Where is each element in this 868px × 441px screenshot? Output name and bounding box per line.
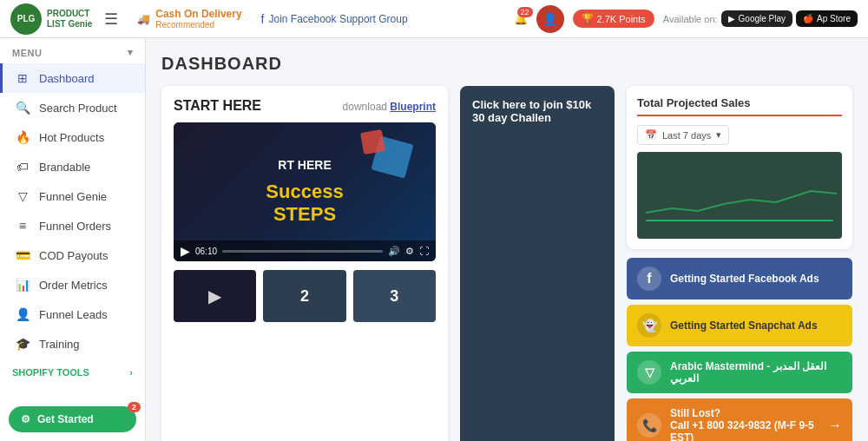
get-started-button[interactable]: ⚙ Get Started 2	[9, 406, 136, 432]
sidebar-item-search-product-label: Search Product	[39, 102, 117, 115]
leads-icon: 👤	[15, 307, 30, 321]
search-icon: 🔍	[15, 101, 30, 115]
support-action-text: Still Lost? Call +1 800 324-9832 (M-F 9-…	[670, 407, 819, 441]
get-started-badge: 2	[128, 402, 141, 412]
snapchat-action-label: Getting Started Snapchat Ads	[670, 319, 818, 332]
start-here-card: START HERE download Blueprint RT HERE Su…	[161, 86, 448, 441]
sidebar-item-training-label: Training	[39, 338, 79, 351]
sidebar-item-order-metrics-label: Order Metrics	[39, 279, 108, 292]
play-button[interactable]: ▶	[181, 244, 190, 258]
facebook-action-label: Getting Started Facebook Ads	[670, 273, 819, 285]
volume-icon[interactable]: 🔊	[388, 246, 400, 257]
topnav-left: PLG PRODUCT LIST Genie ☰ 🚚 Cash On Deliv…	[10, 3, 408, 35]
recommended-label: Recommended	[155, 20, 241, 30]
date-filter[interactable]: 📅 Last 7 days ▾	[637, 125, 729, 145]
sidebar-item-funnel-leads[interactable]: 👤 Funnel Leads	[0, 299, 145, 329]
apple-icon: 🍎	[803, 14, 813, 23]
snapchat-icon: 👻	[637, 313, 661, 338]
start-here-title: START HERE	[174, 98, 261, 114]
cod-nav-link[interactable]: 🚚 Cash On Delivery Recommended	[130, 4, 248, 33]
content-row: START HERE download Blueprint RT HERE Su…	[161, 86, 852, 441]
notification-bell[interactable]: 🔔 22	[514, 12, 528, 25]
topnav-right: 🔔 22 👤 🏆 2.7K Points Available on: ▶ Goo…	[514, 5, 858, 33]
support-sub: Call +1 800 324-9832 (M-F 9-5 EST)	[670, 419, 819, 441]
video-title-text: RT HERE	[266, 158, 343, 172]
thumb-play-1: ▶	[208, 286, 221, 306]
chart-icon: 📊	[15, 278, 30, 292]
sidebar-item-brandable-label: Brandable	[39, 161, 90, 174]
sidebar-item-brandable[interactable]: 🏷 Brandable	[0, 152, 145, 181]
shopify-chevron: ›	[129, 367, 133, 378]
download-text: download	[343, 101, 391, 113]
trophy-icon: 🏆	[582, 13, 594, 24]
dashboard-icon: ⊞	[15, 71, 30, 85]
logo[interactable]: PLG PRODUCT LIST Genie	[10, 3, 92, 35]
app-store-area: Available on: ▶ Google Play 🍎 Ap Store	[663, 10, 858, 27]
video-success-text: SuccessSTEPS	[266, 181, 343, 226]
action-card-arabic[interactable]: ▽ Arabic Mastermind - العقل المدبر العرب…	[627, 352, 852, 393]
phone-icon: 📞	[637, 413, 661, 438]
video-controls: ▶ 06:10 🔊 ⚙ ⛶	[174, 240, 436, 261]
right-panel: Total Projected Sales 📅 Last 7 days ▾	[627, 86, 852, 441]
sidebar: MENU ▾ ⊞ Dashboard 🔍 Search Product 🔥 Ho…	[0, 38, 146, 441]
sidebar-item-dashboard[interactable]: ⊞ Dashboard	[0, 63, 145, 93]
sidebar-item-dashboard-label: Dashboard	[39, 72, 95, 85]
facebook-icon: f	[637, 267, 661, 291]
google-play-label: Google Play	[739, 14, 786, 23]
thumb-number-3: 3	[390, 287, 398, 306]
funnel-icon: ▽	[15, 189, 30, 203]
get-started-label: Get Started	[37, 413, 94, 425]
projected-title: Total Projected Sales	[637, 96, 842, 116]
main-content: DASHBOARD START HERE download Blueprint	[146, 38, 868, 441]
thumbnail-row: ▶ 2 3	[174, 270, 436, 322]
sidebar-item-hot-products-label: Hot Products	[39, 131, 104, 144]
challenge-text: Click here to join $10k 30 day Challen	[472, 98, 602, 124]
action-card-support[interactable]: 📞 Still Lost? Call +1 800 324-9832 (M-F …	[627, 398, 852, 441]
tag-icon: 🏷	[15, 160, 30, 174]
thumbnail-2[interactable]: 2	[263, 270, 345, 322]
thumb-number-2: 2	[300, 287, 309, 306]
progress-bar[interactable]	[222, 250, 383, 253]
deco-block-2	[360, 129, 385, 155]
cod-label: Cash On Delivery	[155, 8, 241, 20]
video-content: RT HERE SuccessSTEPS	[266, 158, 343, 226]
blueprint-link[interactable]: Blueprint	[390, 101, 436, 113]
facebook-icon: f	[261, 12, 265, 26]
points-button[interactable]: 🏆 2.7K Points	[573, 10, 654, 28]
arabic-icon: ▽	[637, 360, 661, 385]
arabic-action-label: Arabic Mastermind - العقل المدبر العربي	[670, 360, 826, 385]
chevron-down-icon: ▾	[716, 129, 721, 141]
action-cards: f Getting Started Facebook Ads 👻 Getting…	[627, 258, 852, 441]
action-card-snapchat[interactable]: 👻 Getting Started Snapchat Ads	[627, 305, 852, 346]
truck-icon: 🚚	[137, 13, 150, 25]
available-on-text: Available on:	[663, 14, 718, 24]
fullscreen-icon[interactable]: ⛶	[419, 246, 429, 256]
main-layout: MENU ▾ ⊞ Dashboard 🔍 Search Product 🔥 Ho…	[0, 38, 868, 441]
google-play-icon: ▶	[728, 14, 735, 23]
sidebar-item-funnel-leads-label: Funnel Leads	[39, 308, 108, 321]
sidebar-item-cod-payouts[interactable]: 💳 COD Payouts	[0, 240, 145, 270]
page-title: DASHBOARD	[161, 54, 282, 74]
facebook-support-link[interactable]: f Join Facebook Support Group	[261, 12, 408, 26]
challenge-card[interactable]: Click here to join $10k 30 day Challen	[460, 86, 615, 441]
sidebar-item-order-metrics[interactable]: 📊 Order Metrics	[0, 270, 145, 299]
hamburger-icon[interactable]: ☰	[104, 10, 118, 29]
google-play-button[interactable]: ▶ Google Play	[721, 10, 792, 27]
card-icon: 💳	[15, 248, 30, 262]
sidebar-item-funnel-genie[interactable]: ▽ Funnel Genie	[0, 181, 145, 211]
sidebar-item-search-product[interactable]: 🔍 Search Product	[0, 93, 145, 122]
settings-icon[interactable]: ⚙	[405, 246, 414, 257]
sidebar-item-training[interactable]: 🎓 Training	[0, 329, 145, 359]
thumbnail-1[interactable]: ▶	[174, 270, 256, 322]
action-card-facebook[interactable]: f Getting Started Facebook Ads	[627, 258, 852, 299]
thumbnail-3[interactable]: 3	[353, 270, 436, 322]
avatar[interactable]: 👤	[536, 5, 564, 33]
sidebar-item-funnel-orders[interactable]: ≡ Funnel Orders	[0, 211, 145, 240]
app-store-button[interactable]: 🍎 Ap Store	[796, 10, 858, 27]
page-header: DASHBOARD	[161, 54, 852, 74]
download-text-area: download Blueprint	[343, 100, 436, 113]
fb-link-text: Join Facebook Support Group	[269, 13, 408, 25]
sidebar-item-hot-products[interactable]: 🔥 Hot Products	[0, 122, 145, 152]
sidebar-item-cod-payouts-label: COD Payouts	[39, 249, 108, 262]
chart-area	[637, 152, 842, 239]
